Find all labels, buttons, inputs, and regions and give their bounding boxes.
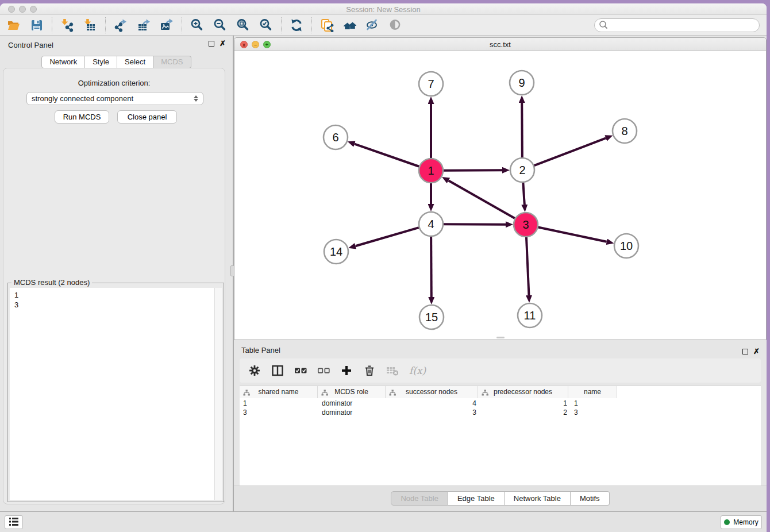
- graph-node-11[interactable]: 11: [518, 303, 542, 327]
- table-tab-node-table[interactable]: Node Table: [391, 491, 448, 506]
- graph-node-10[interactable]: 10: [614, 234, 638, 258]
- table-tab-edge-table[interactable]: Edge Table: [448, 491, 505, 506]
- node-label: 8: [621, 125, 627, 137]
- import-network-button[interactable]: [56, 16, 79, 34]
- float-table-panel-icon[interactable]: [742, 349, 748, 354]
- column-header-MCDS-role[interactable]: MCDS role: [318, 386, 386, 398]
- task-history-button[interactable]: [5, 515, 23, 529]
- graph-node-7[interactable]: 7: [419, 72, 443, 96]
- tab-select[interactable]: Select: [117, 56, 153, 68]
- tab-network[interactable]: Network: [41, 56, 85, 68]
- table-panel: Table Panel ✗ f(x) shared nameMCDS roles…: [234, 344, 767, 511]
- cell-MCDS-role[interactable]: dominator: [318, 408, 387, 417]
- tab-mcds[interactable]: MCDS: [153, 56, 191, 68]
- close-panel-icon[interactable]: ✗: [220, 41, 226, 47]
- delete-row-button[interactable]: [363, 364, 376, 377]
- memory-button[interactable]: Memory: [721, 515, 762, 529]
- cell-successor-nodes[interactable]: 3: [387, 408, 480, 417]
- zoom-fit-button[interactable]: [232, 16, 255, 34]
- run-mcds-button[interactable]: Run MCDS: [55, 110, 109, 124]
- edge-2-8[interactable]: [534, 138, 606, 165]
- export-image-button[interactable]: [155, 16, 178, 34]
- node-table: shared nameMCDS rolesuccessor nodesprede…: [240, 385, 761, 485]
- graph-node-8[interactable]: 8: [613, 119, 637, 143]
- cell-shared-name[interactable]: 1: [240, 399, 318, 408]
- cell-shared-name[interactable]: 3: [240, 408, 318, 417]
- node-label: 11: [524, 309, 536, 322]
- status-bar: Memory: [0, 511, 767, 532]
- float-panel-icon[interactable]: [209, 41, 214, 47]
- destroy-table-button: [386, 364, 399, 377]
- edge-4-15[interactable]: [431, 237, 432, 297]
- import-table-button[interactable]: [79, 16, 102, 34]
- home-button[interactable]: [338, 16, 361, 34]
- app-titlebar: Session: New Session: [0, 3, 767, 15]
- table-toolbar: f(x): [240, 358, 761, 383]
- gear-button[interactable]: [248, 364, 261, 377]
- edge-2-3[interactable]: [523, 183, 524, 205]
- cell-predecessor-nodes[interactable]: 1: [480, 399, 571, 408]
- hide-item-button[interactable]: [361, 16, 384, 34]
- cell-name[interactable]: 1: [571, 399, 620, 408]
- edge-2-9[interactable]: [522, 103, 522, 157]
- edge-3-1[interactable]: [448, 180, 514, 218]
- columns-button[interactable]: [271, 364, 284, 377]
- add-row-button[interactable]: [340, 364, 353, 377]
- zoom-selected-button[interactable]: [255, 16, 278, 34]
- graph-node-1[interactable]: 1: [419, 159, 443, 183]
- search-input[interactable]: [610, 21, 759, 29]
- zoom-out-button[interactable]: [209, 16, 232, 34]
- cell-successor-nodes[interactable]: 4: [387, 399, 480, 408]
- result-line: 3: [14, 300, 217, 310]
- graph-node-6[interactable]: 6: [324, 125, 348, 149]
- column-header-name[interactable]: name: [568, 386, 617, 398]
- edge-1-6[interactable]: [355, 144, 419, 167]
- tab-style[interactable]: Style: [85, 56, 117, 68]
- select-all-button[interactable]: [294, 364, 307, 377]
- shared-column-icon: [243, 388, 251, 400]
- edge-3-11[interactable]: [526, 237, 529, 295]
- zoom-in-button[interactable]: [186, 16, 209, 34]
- memory-label: Memory: [733, 518, 758, 526]
- network-canvas[interactable]: 7968124314101511: [234, 51, 766, 340]
- graph-node-9[interactable]: 9: [510, 71, 534, 95]
- mcds-result-title: MCDS result (2 nodes): [11, 278, 92, 287]
- cell-MCDS-role[interactable]: dominator: [318, 399, 387, 408]
- column-header-shared-name[interactable]: shared name: [240, 386, 318, 398]
- graph-node-14[interactable]: 14: [324, 240, 348, 264]
- show-item-button[interactable]: [384, 16, 407, 34]
- apply-layout-button[interactable]: [285, 16, 308, 34]
- cell-predecessor-nodes[interactable]: 2: [480, 408, 571, 417]
- cell-name[interactable]: 3: [571, 408, 620, 417]
- graph-node-4[interactable]: 4: [419, 212, 443, 236]
- edge-3-10[interactable]: [538, 228, 607, 242]
- graph-node-3[interactable]: 3: [514, 213, 538, 237]
- edge-4-14[interactable]: [356, 228, 419, 246]
- network-file-button[interactable]: [315, 16, 338, 34]
- window-resize-notch[interactable]: [496, 337, 505, 338]
- graph-node-15[interactable]: 15: [419, 305, 444, 329]
- close-panel-button[interactable]: Close panel: [117, 110, 177, 124]
- result-scrollbar[interactable]: [214, 288, 222, 500]
- column-header-successor-nodes[interactable]: successor nodes: [386, 386, 478, 398]
- criterion-select[interactable]: strongly connected component: [26, 92, 203, 105]
- edge-4-3[interactable]: [444, 224, 506, 225]
- table-tab-network-table[interactable]: Network Table: [505, 491, 571, 506]
- edge-1-2[interactable]: [444, 170, 502, 171]
- graph-node-2[interactable]: 2: [510, 158, 534, 182]
- table-row[interactable]: 3dominator323: [240, 408, 620, 417]
- column-header-predecessor-nodes[interactable]: predecessor nodes: [478, 386, 568, 398]
- export-network-button[interactable]: [109, 16, 132, 34]
- table-row[interactable]: 1dominator411: [240, 399, 620, 408]
- mcds-result-textarea[interactable]: 13: [10, 288, 222, 500]
- node-label: 3: [522, 218, 529, 231]
- search-box[interactable]: [594, 18, 760, 32]
- open-session-button[interactable]: [2, 16, 25, 34]
- export-table-button[interactable]: [132, 16, 155, 34]
- table-tab-motifs[interactable]: Motifs: [571, 491, 610, 506]
- save-session-button[interactable]: [25, 16, 48, 34]
- criterion-value: strongly connected component: [32, 94, 133, 103]
- unselect-all-button[interactable]: [317, 364, 330, 377]
- close-table-panel-icon[interactable]: ✗: [753, 349, 760, 354]
- function-builder-button: f(x): [409, 364, 428, 377]
